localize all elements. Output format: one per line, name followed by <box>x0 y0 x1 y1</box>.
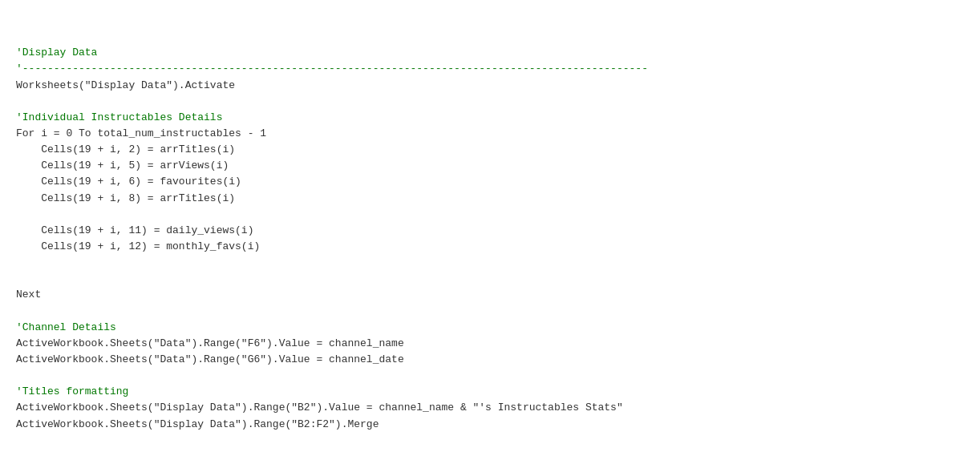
code-line: Cells(19 + i, 5) = arrViews(i) <box>16 158 964 174</box>
code-line <box>16 304 964 320</box>
code-line <box>16 207 964 223</box>
code-line: Worksheets("Display Data").Activate <box>16 78 964 94</box>
code-line: Cells(19 + i, 8) = arrTitles(i) <box>16 191 964 207</box>
code-line: Cells(19 + i, 12) = monthly_favs(i) <box>16 239 964 255</box>
code-line: 'Channel Details <box>16 320 964 336</box>
code-line <box>16 271 964 287</box>
code-line <box>16 94 964 110</box>
code-line <box>16 368 964 384</box>
code-line: '---------------------------------------… <box>16 61 964 77</box>
code-line: ActiveWorkbook.Sheets("Display Data").Ra… <box>16 417 964 433</box>
code-line: 'Display Data <box>16 45 964 61</box>
code-line: 'Titles formatting <box>16 384 964 400</box>
code-line: Cells(19 + i, 2) = arrTitles(i) <box>16 142 964 158</box>
code-line: ActiveWorkbook.Sheets("Data").Range("G6"… <box>16 352 964 368</box>
code-line: ActiveWorkbook.Sheets("Data").Range("F6"… <box>16 336 964 352</box>
code-lines: 'Display Data'--------------------------… <box>16 45 964 432</box>
code-line: ActiveWorkbook.Sheets("Display Data").Ra… <box>16 400 964 416</box>
code-line: Next <box>16 287 964 303</box>
code-line: 'Individual Instructables Details <box>16 110 964 126</box>
code-line: For i = 0 To total_num_instructables - 1 <box>16 126 964 142</box>
code-line: Cells(19 + i, 11) = daily_views(i) <box>16 223 964 239</box>
code-line <box>16 255 964 271</box>
code-container: 'Display Data'--------------------------… <box>16 13 964 449</box>
code-line: Cells(19 + i, 6) = favourites(i) <box>16 174 964 190</box>
